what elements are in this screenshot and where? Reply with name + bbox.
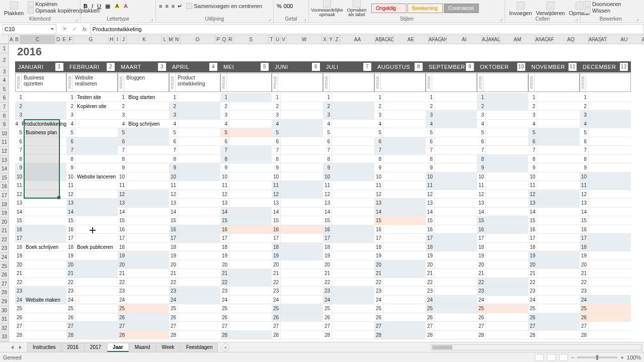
day-cell[interactable]: 18 [528,243,580,252]
day-cell[interactable]: 25 [169,304,220,313]
day-cell[interactable]: 16 [426,225,477,234]
day-cell[interactable]: 14 [220,208,272,217]
col-header-M[interactable]: M [168,35,174,44]
bold-button[interactable]: B [84,3,88,9]
day-cell[interactable]: 27 [66,322,118,331]
day-cell[interactable]: 13 [15,199,66,208]
day-cell[interactable]: 2 [580,102,631,111]
day-cell[interactable]: 6 [118,137,169,146]
col-header-H[interactable]: H [109,35,115,44]
day-cell[interactable]: 24 [528,296,580,305]
day-cell[interactable]: 16 [220,225,272,234]
day-cell[interactable]: 21 [580,269,631,278]
day-cell[interactable]: 21 [426,269,477,278]
day-cell[interactable]: 13 [477,199,528,208]
day-cell[interactable]: 2Kopiëren site [66,102,118,111]
day-cell[interactable]: 18 [374,243,426,252]
day-cell[interactable]: 15 [477,216,528,225]
day-cell[interactable]: 7 [66,146,118,155]
col-header-B[interactable]: B [14,35,20,44]
day-cell[interactable]: 15 [580,216,631,225]
day-cell[interactable]: 4 [426,120,477,129]
view-normal-button[interactable] [535,354,544,361]
col-header-AH[interactable]: AH [441,35,447,44]
day-cell[interactable]: 2 [477,102,528,111]
cancel-fx-button[interactable]: ✕ [60,25,68,33]
focus-cell-8[interactable]: FOCUS [426,73,477,92]
day-cell[interactable]: 11 [580,181,631,190]
day-cell[interactable]: 2 [118,102,169,111]
day-cell[interactable]: 26 [477,313,528,322]
focus-cell-6[interactable]: FOCUS [323,73,374,92]
day-cell[interactable]: 4Blog schrijven [118,120,169,129]
day-cell[interactable]: 4Productontwikkeling [15,120,66,129]
day-cell[interactable]: 20 [272,260,323,269]
day-cell[interactable]: 18Boek schrijven [15,243,66,252]
day-cell[interactable]: 3 [374,111,426,120]
day-cell[interactable]: 23 [477,287,528,296]
day-cell[interactable]: 9 [66,163,118,172]
day-cell[interactable]: 6 [323,137,374,146]
align-top-button[interactable]: ≡ [159,3,162,9]
col-header-AJ[interactable]: AJ [482,35,488,44]
day-cell[interactable]: 24Website maken [15,296,66,305]
day-cell[interactable]: 4 [220,120,272,129]
day-cell[interactable]: 17 [477,234,528,243]
day-cell[interactable]: 14 [169,208,220,217]
day-cell[interactable]: 23 [580,287,631,296]
day-cell[interactable]: 27 [426,322,477,331]
day-cell[interactable]: 16 [323,225,374,234]
day-cell[interactable]: 17 [220,234,272,243]
day-cell[interactable]: 27 [374,322,426,331]
day-cell[interactable]: 26 [426,313,477,322]
day-cell[interactable]: 24 [118,296,169,305]
day-cell[interactable]: 7 [426,146,477,155]
day-cell[interactable]: 11 [66,181,118,190]
day-cell[interactable]: 25 [528,304,580,313]
day-cell[interactable]: 24 [374,296,426,305]
day-cell[interactable]: 6 [528,137,580,146]
focus-cell-9[interactable]: FOCUS [477,73,528,92]
day-cell[interactable]: 20 [220,260,272,269]
day-cell[interactable]: 2 [426,102,477,111]
sheet-tab-instructies[interactable]: Instructies [27,343,61,352]
comma-button[interactable]: 000 [284,3,293,9]
row-header-5[interactable]: 5 [0,85,9,94]
day-cell[interactable]: 12 [272,190,323,199]
day-cell[interactable]: 8 [66,155,118,164]
focus-cell-11[interactable]: FOCUS [580,73,631,92]
day-cell[interactable]: 4 [66,120,118,129]
day-cell[interactable]: 5 [323,128,374,137]
day-cell[interactable]: 6 [272,137,323,146]
row-header-6[interactable]: 6 [0,94,9,103]
day-cell[interactable]: 7 [15,146,66,155]
day-cell[interactable]: 28 [477,331,528,340]
day-cell[interactable]: 14 [477,208,528,217]
row-header-28[interactable]: 28 [0,288,9,297]
day-cell[interactable]: 18 [169,243,220,252]
day-cell[interactable]: 18 [323,243,374,252]
day-cell[interactable]: 11 [118,181,169,190]
day-cell[interactable]: 22 [374,278,426,287]
day-cell[interactable]: 8 [220,155,272,164]
day-cell[interactable]: 28 [220,331,272,340]
row-header-19[interactable]: 19 [0,209,9,218]
day-cell[interactable]: 2 [15,102,66,111]
day-cell[interactable]: 23 [272,287,323,296]
day-cell[interactable]: 1Testen site [66,93,118,102]
col-header-X[interactable]: X [322,35,328,44]
day-cell[interactable]: 2 [169,102,220,111]
day-cell[interactable]: 23 [426,287,477,296]
day-cell[interactable]: 15 [169,216,220,225]
day-cell[interactable]: 28 [374,331,426,340]
day-cell[interactable]: 1Blog starten [118,93,169,102]
day-cell[interactable]: 7 [580,146,631,155]
day-cell[interactable]: 23 [220,287,272,296]
row-header-11[interactable]: 11 [0,138,9,147]
col-header-V[interactable]: V [281,35,287,44]
day-cell[interactable]: 25 [323,304,374,313]
col-header-A[interactable]: A [9,35,14,44]
row-header-8[interactable]: 8 [0,112,9,121]
day-cell[interactable]: 26 [528,313,580,322]
col-header-AS[interactable]: AS [595,35,601,44]
